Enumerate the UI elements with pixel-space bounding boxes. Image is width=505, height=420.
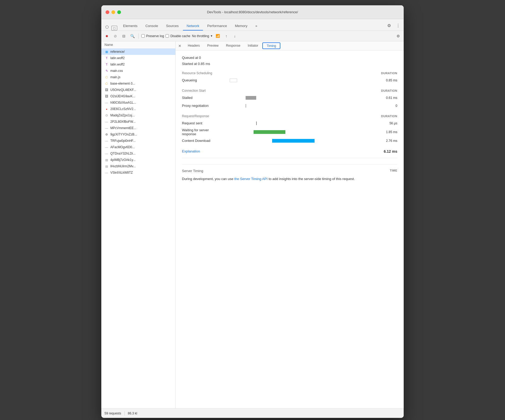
- server-timing-time-label: TIME: [390, 169, 397, 173]
- download-icon[interactable]: ↓: [231, 33, 238, 40]
- file-name-6: U5OHzQL4tEKF...: [110, 88, 136, 92]
- sidebar-item-19[interactable]: — VSk4XiLkW8TZ: [101, 169, 175, 176]
- sidebar-item-14[interactable]: — TRFujw0pi0nHF...: [101, 138, 175, 144]
- file-icon-img-7: 🖼: [105, 94, 109, 98]
- file-name-8: h90CtfziXluvh1L...: [110, 101, 136, 104]
- stop-icon[interactable]: ⊘: [112, 33, 119, 40]
- request-sent-bar: [256, 121, 257, 125]
- sidebar-item-16[interactable]: — QTDnaY32hLDi...: [101, 150, 175, 157]
- minimize-button[interactable]: [111, 10, 115, 14]
- proxy-bar: [246, 104, 246, 108]
- section-divider: [182, 158, 397, 158]
- file-icon-other-15: —: [105, 145, 109, 149]
- connection-start-duration-label: DURATION: [381, 89, 397, 92]
- server-timing-api-link[interactable]: the Server Timing API: [234, 177, 268, 181]
- timing-row-waiting: Waiting for serverresponse 1.85 ms: [182, 128, 397, 136]
- filter-icon[interactable]: ⊟: [120, 33, 127, 40]
- detail-tab-headers[interactable]: Headers: [184, 41, 203, 50]
- detail-tab-preview[interactable]: Preview: [203, 41, 222, 50]
- record-icon[interactable]: ⏺: [103, 33, 110, 40]
- sidebar-item-0[interactable]: ▦ reference/: [101, 49, 175, 55]
- search-icon[interactable]: 🔍: [129, 33, 136, 40]
- sidebar-item-5[interactable]: ⬡ base-element-3...: [101, 80, 175, 87]
- sidebar-item-15[interactable]: — AFacMOgv6D0...: [101, 144, 175, 150]
- sidebar-item-2[interactable]: T latin.woff2: [101, 61, 175, 68]
- tab-icons: ⚙ ⋮: [386, 22, 402, 30]
- started-at-text: Started at 0.85 ms: [182, 61, 397, 67]
- file-name-9: 20E6CLcSzNV2...: [110, 107, 136, 111]
- close-button[interactable]: [106, 10, 109, 14]
- sidebar-item-8[interactable]: — h90CtfziXluvh1L...: [101, 99, 175, 106]
- request-response-title: Request/Response: [182, 114, 209, 118]
- file-name-7: O2slJEHG9avK...: [110, 94, 135, 98]
- server-timing-section: Server Timing TIME During development, y…: [182, 164, 397, 182]
- file-name-3: main.css: [110, 69, 123, 73]
- cursor-icon[interactable]: ⬡: [103, 24, 110, 30]
- download-label: Content Download: [182, 139, 230, 143]
- file-name-19: VSk4XiLkW8TZ: [110, 171, 133, 174]
- maximize-button[interactable]: [117, 10, 121, 14]
- file-name-16: QTDnaY32hLDi...: [110, 152, 136, 155]
- server-timing-description: During development, you can use the Serv…: [182, 176, 397, 182]
- queued-info: Queued at 0 Started at 0.85 ms: [182, 55, 397, 67]
- sidebar-item-6[interactable]: 🖼 U5OHzQL4tEKF...: [101, 87, 175, 93]
- preserve-log-checkbox[interactable]: Preserve log: [141, 34, 164, 38]
- request-response-section: Request/Response DURATION Request sent 5…: [182, 114, 397, 144]
- sidebar-item-4[interactable]: ⬡ main.js: [101, 74, 175, 80]
- file-name-0: reference/: [110, 50, 125, 54]
- sidebar-item-9[interactable]: ● 20E6CLcSzNV2...: [101, 106, 175, 112]
- connection-start-section: Connection Start DURATION Stalled 0.61 m…: [182, 89, 397, 109]
- resource-scheduling-title: Resource Scheduling: [182, 71, 212, 75]
- tab-performance[interactable]: Performance: [203, 22, 230, 30]
- sidebar-item-11[interactable]: — 2P2L80XfBoFW...: [101, 119, 175, 125]
- file-name-18: lHvzbNUlrm2Mv...: [110, 164, 136, 168]
- tab-elements[interactable]: Elements: [119, 22, 141, 30]
- wifi-icon[interactable]: 📶: [214, 33, 221, 40]
- sidebar-item-18[interactable]: ▤ lHvzbNUlrm2Mv...: [101, 163, 175, 169]
- explanation-link[interactable]: Explanation: [182, 149, 200, 153]
- timing-row-stalled: Stalled 0.61 ms: [182, 95, 397, 101]
- sidebar-item-7[interactable]: 🖼 O2slJEHG9avK...: [101, 93, 175, 99]
- tab-more[interactable]: »: [252, 22, 261, 30]
- sidebar-item-12[interactable]: — MPcVmmemtEE...: [101, 125, 175, 131]
- queueing-bar-container: [230, 78, 376, 82]
- resource-scheduling-duration-label: DURATION: [381, 72, 397, 75]
- server-timing-header: Server Timing TIME: [182, 169, 397, 173]
- device-toggle-icon[interactable]: □: [111, 26, 117, 30]
- disable-cache-input[interactable]: [166, 34, 169, 38]
- queueing-label: Queueing: [182, 78, 230, 82]
- request-sent-label: Request sent: [182, 121, 230, 125]
- preserve-log-input[interactable]: [141, 34, 145, 38]
- sidebar-item-3[interactable]: ✎ main.css: [101, 68, 175, 74]
- sidebar-item-1[interactable]: T latin.woff2: [101, 55, 175, 61]
- proxy-label: Proxy negotiation: [182, 104, 230, 108]
- tab-sources[interactable]: Sources: [162, 22, 182, 30]
- tab-memory[interactable]: Memory: [231, 22, 251, 30]
- file-name-13: 9gzXiTYYOnZzB...: [110, 133, 137, 136]
- detail-tab-timing[interactable]: Timing: [262, 42, 280, 49]
- file-name-1: latin.woff2: [110, 56, 125, 60]
- request-sent-bar-container: [230, 121, 376, 125]
- sidebar-item-13[interactable]: ⚙ 9gzXiTYYOnZzB...: [101, 131, 175, 138]
- detail-close-button[interactable]: ✕: [176, 41, 184, 50]
- tab-network[interactable]: Network: [183, 22, 203, 30]
- download-bar-container: [230, 139, 376, 143]
- file-icon-img-6: 🖼: [105, 88, 109, 92]
- throttle-select[interactable]: No throttling ▼: [192, 34, 213, 38]
- sidebar-item-17[interactable]: ▤ 4pIMBj7zOAk1y...: [101, 157, 175, 163]
- sidebar-item-10[interactable]: ⊙ MadqZslZpo1sj...: [101, 112, 175, 119]
- download-bar: [272, 139, 315, 143]
- more-options-icon[interactable]: ⋮: [395, 22, 402, 29]
- tab-console[interactable]: Console: [142, 22, 162, 30]
- settings-icon[interactable]: ⚙: [386, 22, 393, 29]
- upload-icon[interactable]: ↑: [223, 33, 230, 40]
- toolbar-separator-1: [138, 33, 139, 39]
- server-timing-desc-end: to add insights into the server-side tim…: [268, 177, 355, 181]
- file-icon-css: ✎: [105, 69, 109, 73]
- stalled-label: Stalled: [182, 96, 230, 100]
- network-settings-icon[interactable]: ⚙: [395, 33, 402, 40]
- detail-tab-initiator[interactable]: Initiator: [244, 41, 262, 50]
- detail-tab-response[interactable]: Response: [222, 41, 244, 50]
- file-icon-other-19: —: [105, 170, 109, 175]
- disable-cache-checkbox[interactable]: Disable cache: [166, 34, 190, 38]
